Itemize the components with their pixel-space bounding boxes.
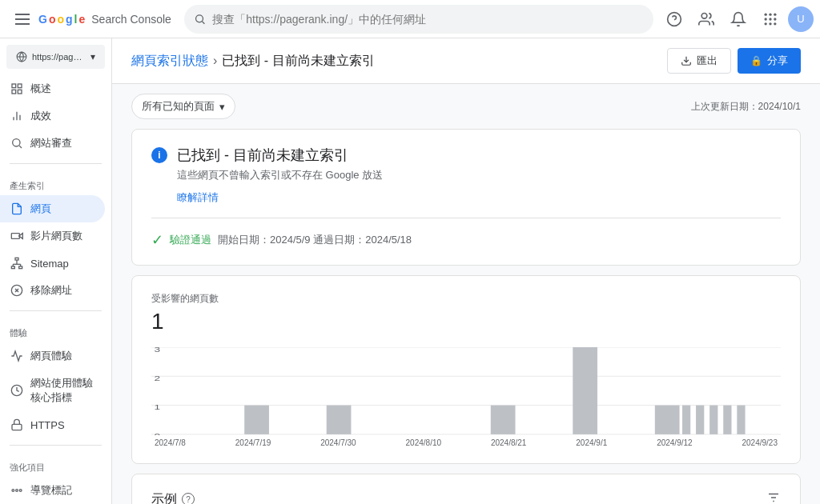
sidebar-item-pages[interactable]: 網頁: [0, 195, 105, 222]
svg-point-6: [769, 13, 771, 15]
info-icon: i: [151, 147, 167, 163]
search-icon: [194, 13, 206, 26]
lock-share-icon: 🔒: [750, 55, 762, 66]
bar-icon: [10, 109, 24, 123]
sidebar-item-https[interactable]: HTTPS: [0, 411, 105, 438]
chart-value: 1: [151, 309, 781, 334]
apps-button[interactable]: [756, 5, 785, 34]
chart-icon: [10, 349, 24, 363]
help-button[interactable]: [660, 5, 689, 34]
avatar[interactable]: U: [788, 6, 814, 32]
svg-point-39: [12, 490, 14, 492]
examples-title: 示例 ?: [151, 491, 195, 505]
status-card-header: i 已找到 - 目前尚未建立索引 這些網頁不曾輸入索引或不存在 Google 放…: [151, 146, 781, 205]
search-input[interactable]: [212, 13, 644, 26]
chart-area: 3 2 1 0: [151, 347, 781, 435]
x-label-4: 2024/8/21: [491, 438, 527, 447]
export-button[interactable]: 匯出: [667, 48, 731, 74]
date-updated: 上次更新日期：2024/10/1: [691, 100, 801, 114]
breadcrumb-current: 已找到 - 目前尚未建立索引: [222, 53, 374, 70]
svg-rect-16: [12, 84, 16, 88]
search-bar[interactable]: [184, 5, 653, 34]
filter-label: 所有已知的頁面: [142, 99, 215, 114]
svg-rect-17: [18, 84, 22, 88]
menu-button[interactable]: [13, 10, 32, 29]
status-description: 這些網頁不曾輸入索引或不存在 Google 放送: [177, 168, 383, 182]
svg-rect-63: [696, 406, 704, 434]
sidebar-item-removals[interactable]: 移除網址: [0, 277, 105, 304]
grid-icon: [10, 82, 24, 96]
status-card: i 已找到 - 目前尚未建立索引 這些網頁不曾輸入索引或不存在 Google 放…: [131, 129, 801, 266]
sidebar-item-inspector[interactable]: 網站審查: [0, 130, 105, 157]
svg-point-10: [774, 18, 776, 20]
content-area: 網頁索引狀態 › 已找到 - 目前尚未建立索引 匯出 🔒 分享 所有已知的頁面 …: [112, 38, 820, 504]
app-title: Search Console: [91, 13, 171, 26]
svg-rect-29: [19, 266, 22, 269]
help-icon[interactable]: ?: [182, 493, 195, 504]
bread-icon: [10, 483, 24, 498]
svg-rect-19: [18, 90, 22, 94]
notifications-button[interactable]: [724, 5, 753, 34]
site-selector-arrow: ▾: [90, 51, 95, 62]
sitemap-icon: [10, 256, 24, 270]
svg-point-13: [774, 22, 776, 25]
google-logo: Google: [38, 13, 85, 26]
svg-point-40: [16, 490, 18, 492]
doc-icon: [10, 202, 24, 216]
x-label-1: 2024/7/19: [235, 438, 271, 447]
divider-2: [10, 310, 102, 311]
x-label-0: 2024/7/8: [155, 438, 186, 447]
breadcrumb: 網頁索引狀態 › 已找到 - 目前尚未建立索引: [131, 53, 375, 70]
sidebar-label-web-vitals: 網頁體驗: [30, 349, 72, 363]
x-label-2: 2024/7/30: [320, 438, 356, 447]
breadcrumb-link[interactable]: 網頁索引狀態: [131, 53, 208, 70]
chevron-down-icon: ▾: [219, 101, 225, 113]
site-selector[interactable]: https://pagerank.ing/ ▾: [6, 45, 105, 69]
sidebar-item-sitemap[interactable]: Sitemap: [0, 250, 105, 277]
svg-rect-65: [723, 406, 731, 434]
x-label-7: 2024/9/23: [742, 438, 778, 447]
search-inspector-icon: [10, 136, 24, 150]
check-icon: ✓: [151, 231, 163, 249]
svg-point-5: [765, 13, 767, 15]
svg-rect-64: [709, 406, 718, 434]
people-button[interactable]: [692, 5, 721, 34]
examples-header: 示例 ?: [151, 490, 781, 504]
sidebar-item-performance[interactable]: 成效: [0, 102, 105, 130]
topbar-actions: U: [660, 5, 814, 34]
svg-text:1: 1: [154, 403, 160, 410]
svg-text:0: 0: [154, 433, 160, 435]
validation-row: ✓ 驗證通過 開始日期：2024/5/9 通過日期：2024/5/18: [151, 218, 781, 249]
video-icon: [10, 229, 24, 243]
sidebar: https://pagerank.ing/ ▾ 概述 成效 網站審查 產生索引: [0, 38, 112, 504]
lock-nav-icon: [10, 418, 24, 432]
svg-point-0: [195, 14, 203, 22]
sidebar-item-web-vitals[interactable]: 網頁體驗: [0, 342, 105, 370]
svg-text:2: 2: [154, 374, 160, 382]
main-layout: https://pagerank.ing/ ▾ 概述 成效 網站審查 產生索引: [0, 38, 820, 504]
section-label-experience: 體驗: [0, 318, 111, 342]
sidebar-item-breadcrumbs[interactable]: 導覽標記: [0, 477, 105, 504]
filter-button[interactable]: 所有已知的頁面 ▾: [131, 94, 235, 119]
sidebar-label-video: 影片網頁數: [30, 229, 82, 243]
svg-rect-66: [737, 406, 745, 434]
sidebar-item-overview[interactable]: 概述: [0, 75, 105, 102]
filter-examples-icon[interactable]: [766, 490, 781, 504]
x-axis-labels: 2024/7/8 2024/7/19 2024/7/30 2024/8/10 2…: [151, 438, 781, 447]
divider-1: [10, 163, 102, 164]
sidebar-item-core-vitals[interactable]: 網站使用體驗核心指標: [0, 370, 105, 411]
divider-3: [10, 445, 102, 446]
x-label-5: 2024/9/1: [576, 438, 607, 447]
x-label-3: 2024/8/10: [406, 438, 442, 447]
topbar: Google Search Console U: [0, 0, 820, 38]
svg-rect-62: [682, 406, 690, 434]
sidebar-item-video[interactable]: 影片網頁數: [0, 222, 105, 250]
svg-point-9: [769, 18, 771, 20]
svg-rect-28: [11, 266, 14, 269]
detail-link[interactable]: 瞭解詳情: [177, 190, 219, 205]
svg-point-4: [701, 13, 707, 18]
share-button[interactable]: 🔒 分享: [738, 48, 801, 74]
sidebar-label-pages: 網頁: [30, 202, 51, 216]
share-label: 分享: [767, 54, 788, 68]
chart-label: 受影響的網頁數: [151, 292, 781, 306]
